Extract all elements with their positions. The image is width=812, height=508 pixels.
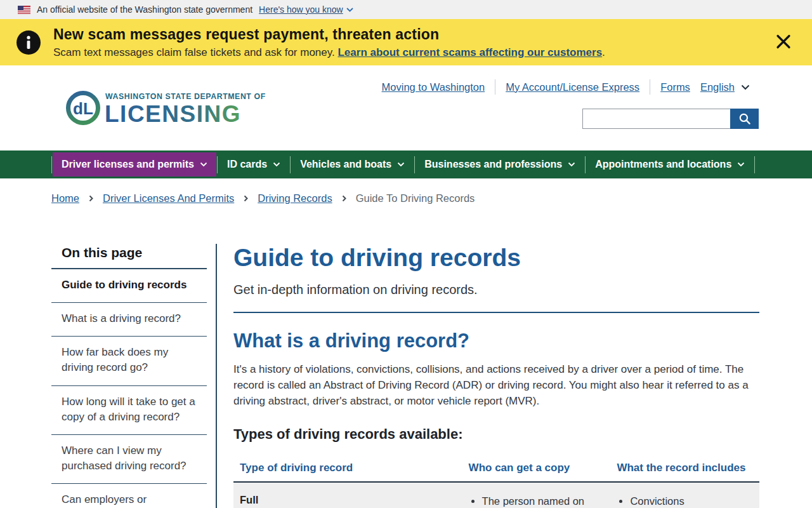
us-flag-icon (18, 6, 30, 14)
divider (233, 312, 759, 313)
chevron-down-icon (741, 84, 750, 90)
sidebar-item-how-long[interactable]: How long will it take to get a copy of a… (51, 386, 207, 435)
info-icon (16, 30, 41, 55)
sidebar-item-what-is[interactable]: What is a driving record? (51, 303, 207, 337)
dol-logo[interactable]: dL WASHINGTON STATE DEPARTMENT OF LICENS… (65, 88, 268, 130)
chevron-down-icon (346, 8, 353, 12)
cell-type: Full Used for legal representation, driv… (233, 482, 462, 508)
list-item: Convictions (630, 494, 750, 508)
alert-message: Scam text messages claim false tickets a… (53, 46, 605, 59)
sidebar-title: On this page (51, 244, 207, 269)
chevron-right-icon (89, 195, 93, 202)
record-type-title: Full (240, 493, 454, 508)
chevron-down-icon (273, 162, 280, 167)
main-content: Guide to driving records Get in-depth in… (233, 244, 759, 508)
table-heading: Types of driving records available: (233, 426, 759, 443)
divider (495, 79, 495, 95)
scam-info-link[interactable]: Learn about current scams affecting our … (337, 46, 602, 58)
alert-title: New scam messages request payment, threa… (53, 26, 605, 43)
sidebar-item-how-far-back[interactable]: How far back does my driving record go? (51, 337, 207, 385)
divider (290, 156, 291, 173)
chevron-down-icon (200, 162, 207, 167)
cell-who: The person named on the driving record A… (462, 482, 611, 508)
alert-banner: New scam messages request payment, threa… (0, 19, 812, 65)
list-item: The person named on the driving record (482, 494, 591, 508)
chevron-right-icon (244, 195, 248, 202)
search-button[interactable] (730, 109, 759, 129)
breadcrumb-home[interactable]: Home (51, 192, 79, 204)
table-row: Full Used for legal representation, driv… (233, 482, 759, 508)
header-utility-nav: Moving to Washington My Account/License … (382, 79, 750, 95)
divider (754, 156, 755, 173)
on-this-page-nav: On this page Guide to driving records Wh… (51, 244, 217, 508)
primary-nav: Driver licenses and permits ID cards Veh… (0, 150, 812, 178)
chevron-right-icon (342, 195, 346, 202)
nav-id-cards[interactable]: ID cards (218, 152, 289, 177)
page-content: On this page Guide to driving records Wh… (0, 217, 812, 508)
table-header-row: Type of driving record Who can get a cop… (233, 458, 759, 482)
moving-to-washington-link[interactable]: Moving to Washington (382, 81, 485, 93)
heres-how-you-know-link[interactable]: Here's how you know (259, 4, 353, 15)
divider (414, 156, 415, 173)
nav-businesses-professions[interactable]: Businesses and professions (416, 152, 584, 177)
sidebar-item-guide[interactable]: Guide to driving records (51, 269, 207, 303)
section-paragraph: It's a history of violations, conviction… (233, 362, 759, 410)
nav-vehicles-boats[interactable]: Vehicles and boats (291, 152, 414, 177)
language-link[interactable]: English (700, 81, 735, 93)
breadcrumb-driver-licenses[interactable]: Driver Licenses And Permits (103, 192, 234, 204)
my-account-link[interactable]: My Account/License Express (506, 81, 639, 93)
section-heading: What is a driving record? (233, 330, 759, 352)
driving-records-table: Type of driving record Who can get a cop… (233, 458, 759, 508)
official-gov-bar: An official website of the Washington st… (0, 0, 812, 19)
divider (51, 156, 52, 173)
breadcrumb-driving-records[interactable]: Driving Records (258, 192, 332, 204)
cell-includes: Convictions Violations Collisions (610, 482, 759, 508)
official-website-text: An official website of the Washington st… (37, 4, 252, 15)
breadcrumb: Home Driver Licenses And Permits Driving… (0, 178, 812, 217)
chevron-down-icon (568, 162, 575, 167)
column-type[interactable]: Type of driving record (233, 458, 462, 482)
logo-monogram: dL (73, 99, 93, 118)
column-who[interactable]: Who can get a copy (462, 458, 611, 482)
nav-appointments-locations[interactable]: Appointments and locations (586, 152, 754, 177)
site-search (582, 109, 759, 129)
sidebar-item-where-view[interactable]: Where can I view my purchased driving re… (51, 435, 207, 484)
search-icon (738, 112, 751, 125)
column-includes[interactable]: What the record includes (610, 458, 759, 482)
divider (217, 156, 218, 173)
search-input[interactable] (582, 109, 730, 129)
divider (650, 79, 650, 95)
page-title: Guide to driving records (233, 244, 759, 272)
site-header: dL WASHINGTON STATE DEPARTMENT OF LICENS… (0, 65, 812, 150)
breadcrumb-current: Guide To Driving Records (356, 192, 475, 204)
chevron-down-icon (397, 162, 405, 167)
nav-driver-licenses[interactable]: Driver licenses and permits (53, 152, 216, 177)
sidebar-item-employers[interactable]: Can employers or insurance companies tel… (51, 484, 207, 508)
forms-link[interactable]: Forms (660, 81, 690, 93)
page-subtitle: Get in-depth information on driving reco… (233, 283, 759, 297)
logo-line2: LICENSING (105, 101, 241, 127)
language-selector[interactable]: English (700, 81, 750, 93)
close-icon[interactable] (771, 29, 796, 55)
divider (585, 156, 586, 173)
chevron-down-icon (737, 162, 745, 167)
logo-line1: WASHINGTON STATE DEPARTMENT OF (105, 92, 266, 101)
